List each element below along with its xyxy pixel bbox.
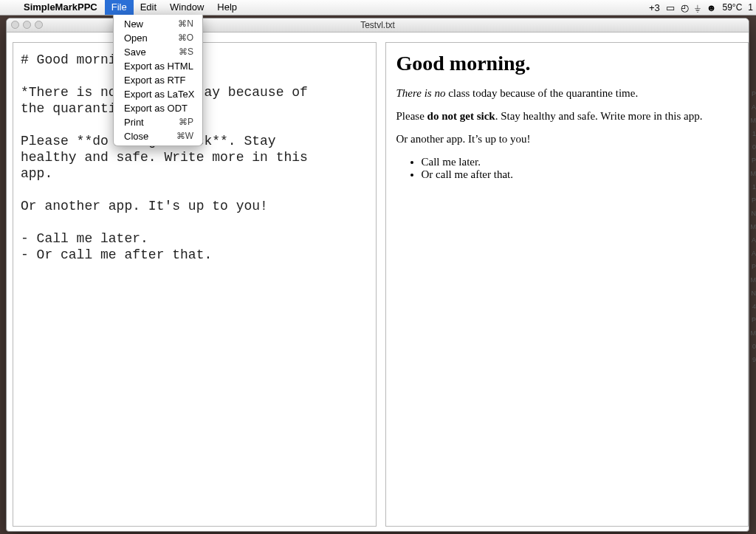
- preview-list-item: Or call me after that.: [422, 168, 738, 181]
- menu-item-open[interactable]: Open ⌘O: [114, 31, 202, 45]
- menu-item-save[interactable]: Save ⌘S: [114, 45, 202, 59]
- markdown-preview: Good morning. There is no class today be…: [386, 43, 749, 200]
- preview-paragraph-3: Or another app. It’s up to you!: [396, 133, 738, 146]
- menu-item-new[interactable]: New ⌘N: [114, 17, 202, 31]
- cpu-temp: 59°C: [723, 2, 743, 13]
- menu-edit[interactable]: Edit: [134, 0, 163, 15]
- preview-paragraph-2: Please do not get sick. Stay healthy and…: [396, 110, 738, 123]
- menu-item-export-html[interactable]: Export as HTML: [114, 59, 202, 73]
- menu-item-label: Export as ODT: [124, 102, 188, 114]
- menu-item-export-latex[interactable]: Export as LaTeX: [114, 87, 202, 101]
- traffic-lights: [11, 21, 43, 29]
- clock-icon[interactable]: ◴: [681, 2, 689, 13]
- menu-item-label: Print: [124, 116, 144, 129]
- menu-item-label: Export as LaTeX: [124, 88, 194, 100]
- preview-text: Please: [396, 110, 427, 122]
- display-icon[interactable]: ▭: [666, 2, 675, 13]
- file-menu-dropdown: New ⌘N Open ⌘O Save ⌘S Export as HTML Ex…: [113, 15, 203, 146]
- menu-item-label: Save: [124, 46, 146, 58]
- minimize-window-button[interactable]: [23, 21, 31, 29]
- status-extra: 1: [748, 2, 753, 13]
- menu-file[interactable]: File: [105, 0, 134, 15]
- menu-item-shortcut: ⌘W: [176, 130, 193, 143]
- preview-heading: Good morning.: [396, 52, 738, 75]
- close-window-button[interactable]: [11, 21, 19, 29]
- menu-item-shortcut: ⌘P: [179, 116, 193, 129]
- menu-bar-status: +3 ▭ ◴ ⏚ ☻ 59°C 1: [649, 2, 756, 13]
- preview-em: There is no: [396, 87, 446, 99]
- background-edge-strip: PAM 10P M1 PNM AAP MN4 PM0 9: [750, 87, 756, 366]
- menu-item-print[interactable]: Print ⌘P: [114, 115, 202, 129]
- menu-help[interactable]: Help: [210, 0, 244, 15]
- menu-item-label: Export as RTF: [124, 74, 186, 86]
- menu-item-label: Export as HTML: [124, 60, 193, 72]
- menu-item-shortcut: ⌘N: [178, 18, 193, 30]
- window-title: Testvl.txt: [360, 20, 395, 30]
- menu-item-export-odt[interactable]: Export as ODT: [114, 101, 202, 115]
- network-icon[interactable]: ⏚: [695, 2, 701, 13]
- preview-strong: do not get sick: [427, 110, 495, 122]
- ghost-icon[interactable]: ☻: [707, 2, 717, 13]
- zoom-window-button[interactable]: [35, 21, 43, 29]
- menu-item-shortcut: ⌘S: [179, 46, 193, 58]
- preview-list-item: Call me later.: [422, 156, 738, 168]
- preview-text: class today because of the quarantine ti…: [445, 87, 638, 99]
- preview-list: Call me later. Or call me after that.: [410, 156, 738, 181]
- menu-item-label: Close: [124, 130, 148, 143]
- menu-item-label: New: [124, 18, 143, 30]
- preview-text: . Stay healthy and safe. Write more in t…: [495, 110, 703, 122]
- app-name[interactable]: SimpleMarkPPC: [16, 0, 105, 15]
- menu-item-label: Open: [124, 32, 148, 44]
- preview-paragraph-1: There is no class today because of the q…: [396, 87, 738, 100]
- menu-window[interactable]: Window: [163, 0, 210, 15]
- menu-item-shortcut: ⌘O: [178, 32, 193, 44]
- status-badge: +3: [649, 2, 660, 13]
- menu-item-close[interactable]: Close ⌘W: [114, 129, 202, 143]
- menu-bar: SimpleMarkPPC File Edit Window Help +3 ▭…: [0, 0, 756, 16]
- preview-pane: Good morning. There is no class today be…: [385, 42, 749, 527]
- menu-item-export-rtf[interactable]: Export as RTF: [114, 73, 202, 87]
